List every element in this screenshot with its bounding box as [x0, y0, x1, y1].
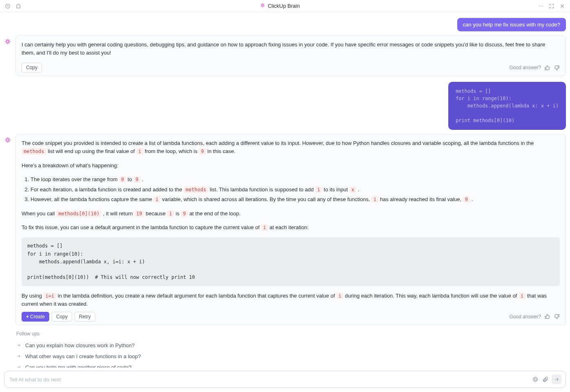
more-icon[interactable]	[537, 2, 545, 10]
mention-icon[interactable]	[532, 376, 539, 383]
followup-item[interactable]: Can you explain how closures work in Pyt…	[16, 340, 566, 351]
followup-item[interactable]: What other ways can I create functions i…	[16, 351, 566, 362]
svg-point-2	[539, 6, 540, 7]
assistant-text: I can certainly help you with general co…	[22, 41, 560, 57]
copy-button[interactable]: Copy	[22, 63, 42, 72]
send-button[interactable]	[552, 374, 561, 384]
ordered-list: The loop iterates over the range from 0 …	[22, 175, 560, 204]
list-item: However, all the lambda functions captur…	[31, 195, 560, 204]
brain-icon	[4, 136, 11, 144]
retry-button[interactable]: Retry	[75, 312, 95, 322]
svg-point-4	[542, 6, 543, 7]
svg-point-1	[261, 4, 263, 7]
assistant-text: Here's a breakdown of what's happening:	[22, 162, 560, 170]
followup-text: Can you help me with another piece of co…	[25, 364, 132, 368]
expand-icon[interactable]	[548, 2, 555, 10]
code-inline: methods	[22, 148, 46, 155]
brain-icon	[260, 2, 265, 9]
thumbs-up-icon[interactable]	[544, 313, 550, 320]
svg-point-6	[7, 139, 9, 141]
close-icon[interactable]	[559, 2, 566, 10]
followups-title: Follow ups	[16, 331, 566, 337]
svg-point-7	[534, 378, 536, 380]
followups: Follow ups Can you explain how closures …	[16, 331, 566, 368]
list-item: The loop iterates over the range from 0 …	[31, 175, 560, 184]
assistant-text: The code snippet you provided is intende…	[22, 139, 560, 155]
user-code-message: methods = [] for i in range(10): methods…	[448, 82, 566, 130]
thumbs-down-icon[interactable]	[554, 313, 560, 320]
app-title: ClickUp Brain	[268, 3, 300, 9]
copy-button[interactable]: Copy	[52, 312, 72, 322]
assistant-message: I can certainly help you with general co…	[15, 35, 566, 76]
assistant-text: By using i=i in the lambda definition, y…	[22, 292, 560, 308]
brain-icon	[4, 38, 11, 45]
followup-item[interactable]: Can you help me with another piece of co…	[16, 362, 566, 368]
composer	[4, 371, 566, 388]
create-button[interactable]: +Create	[22, 312, 49, 322]
assistant-text: To fix this issue, you can use a default…	[22, 223, 560, 232]
attach-icon[interactable]	[542, 376, 548, 383]
assistant-text: When you call methods[0](10) , it will r…	[22, 210, 560, 218]
svg-point-5	[7, 40, 9, 43]
feedback-label: Good answer?	[509, 314, 541, 320]
assistant-message: The code snippet you provided is intende…	[15, 134, 566, 325]
svg-point-3	[541, 6, 542, 7]
code-block: methods = [] for i in range(10): methods…	[22, 237, 560, 286]
followup-text: Can you explain how closures work in Pyt…	[25, 342, 135, 348]
user-message: can you help me fix issues with my code?	[457, 18, 566, 31]
thumbs-down-icon[interactable]	[554, 65, 560, 71]
header: ClickUp Brain	[0, 0, 570, 12]
chat-scroll: can you help me fix issues with my code?…	[0, 12, 570, 368]
code-inline: 9	[199, 148, 206, 155]
code-inline: i	[136, 148, 143, 155]
home-icon[interactable]	[15, 2, 22, 10]
list-item: For each iteration, a lambda function is…	[31, 186, 560, 194]
followup-text: What other ways can I create functions i…	[25, 353, 141, 359]
thumbs-up-icon[interactable]	[544, 65, 550, 71]
feedback-label: Good answer?	[509, 65, 541, 70]
composer-input[interactable]	[9, 376, 532, 383]
history-icon[interactable]	[4, 2, 11, 10]
